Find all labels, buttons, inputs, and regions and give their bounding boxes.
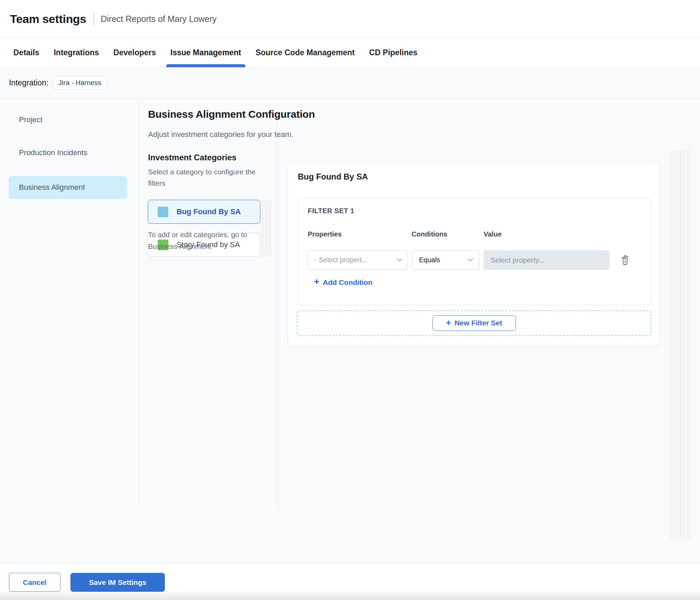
section-title: Business Alignment Configuration [148,108,315,120]
plus-icon: + [446,318,451,327]
tab-issue-management[interactable]: Issue Management [170,38,241,67]
tab-cd-pipelines[interactable]: CD Pipelines [369,38,418,67]
categories-note: To add or edit categories, go to Busines… [148,229,263,252]
category-color-swatch [158,207,168,217]
header: Team settings Direct Reports of Mary Low… [0,0,700,38]
content-area: Integration: Jira - Harness Project Prod… [0,67,700,563]
outer-scrollbar[interactable] [680,150,690,539]
cancel-button[interactable]: Cancel [9,573,60,592]
save-im-settings-button[interactable]: Save IM Settings [70,573,165,592]
tab-details[interactable]: Details [13,38,39,67]
section-subtitle: Adjust investment categories for your te… [148,130,293,139]
tab-bar: Details Integrations Developers Issue Ma… [0,38,700,67]
sidebar-item-project[interactable]: Project [19,115,42,124]
plus-icon: + [314,277,319,287]
conditions-select-value: Equals [419,256,440,264]
title-divider [93,12,94,25]
add-condition-label: Add Condition [323,278,373,287]
trash-icon [620,254,630,266]
conditions-select[interactable]: Equals [412,250,479,270]
sidebar-item-production-incidents[interactable]: Production Incidents [19,148,87,157]
delete-condition-button[interactable] [618,252,633,267]
categories-scrollbar[interactable] [262,200,271,257]
column-header-value: Value [484,230,501,238]
tab-integrations[interactable]: Integrations [54,38,99,67]
new-filter-set-dropzone: + New Filter Set [297,310,651,336]
tab-source-code-management[interactable]: Source Code Management [256,38,355,67]
team-settings-page: Team settings Direct Reports of Mary Low… [0,0,700,600]
investment-categories-description: Select a category to configure the filte… [148,166,270,189]
chevron-down-icon [396,258,402,262]
categories-divider [277,120,277,508]
integration-label: Integration: [9,78,48,88]
category-bug-found-by-sa[interactable]: Bug Found By SA [148,200,260,224]
filter-set: FILTER SET 1 Properties Conditions Value… [298,198,651,305]
add-condition-button[interactable]: + Add Condition [314,278,372,287]
chevron-down-icon [467,258,473,262]
integration-chip[interactable]: Jira - Harness [53,76,107,90]
column-header-properties: Properties [308,230,342,238]
page-subtitle: Direct Reports of Mary Lowery [101,14,217,24]
new-filter-set-label: New Filter Set [454,319,502,327]
column-header-conditions: Conditions [411,230,447,238]
sidebar-item-business-alignment[interactable]: Business Alignment [9,176,127,199]
filter-config-card: Bug Found By SA FILTER SET 1 Properties … [288,162,659,346]
page-title: Team settings [10,12,86,26]
properties-select[interactable]: - Select propert... [307,250,408,270]
filter-set-label: FILTER SET 1 [308,207,354,215]
inner-scrollbar[interactable] [670,150,680,539]
value-input[interactable] [484,250,610,270]
new-filter-set-button[interactable]: + New Filter Set [432,315,516,331]
properties-select-value: - Select propert... [315,256,367,264]
integration-bar: Integration: Jira - Harness [0,67,700,99]
investment-categories-heading: Investment Categories [148,153,236,162]
footer-bar: Cancel Save IM Settings [0,563,700,600]
sidebar-divider [138,99,139,508]
tab-developers[interactable]: Developers [113,38,156,67]
filter-card-title: Bug Found By SA [298,172,368,182]
category-label: Bug Found By SA [177,207,241,216]
